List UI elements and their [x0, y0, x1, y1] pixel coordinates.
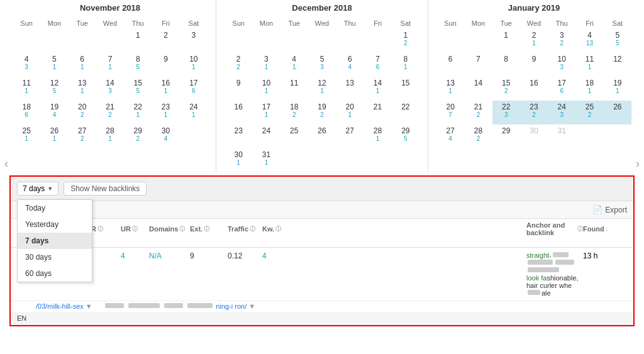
- calendar-day[interactable]: 251: [13, 124, 40, 148]
- ext-info-icon[interactable]: ⓘ: [204, 225, 209, 233]
- calendar-day[interactable]: 192: [308, 101, 336, 124]
- calendar-day[interactable]: 3: [180, 29, 208, 53]
- row-url-link[interactable]: /03/milk-hill-sex: [36, 302, 84, 310]
- calendar-day[interactable]: 301: [225, 148, 252, 172]
- anchor-info-icon[interactable]: ⓘ: [577, 225, 583, 233]
- calendar-day[interactable]: 21: [520, 29, 548, 53]
- calendar-day[interactable]: 12: [392, 29, 419, 53]
- calendar-day[interactable]: 61: [69, 53, 96, 77]
- calendar-day[interactable]: 155: [124, 77, 152, 101]
- calendar-day[interactable]: 282: [464, 124, 492, 148]
- calendar-day[interactable]: 182: [280, 101, 308, 124]
- calendar-day[interactable]: 261: [40, 124, 68, 148]
- calendar-day[interactable]: 31: [252, 53, 280, 77]
- calendar-day[interactable]: 76: [364, 53, 391, 77]
- calendar-day[interactable]: 202: [69, 101, 96, 124]
- next-month-button[interactable]: ›: [633, 153, 643, 173]
- calendar-day[interactable]: 281: [96, 124, 124, 148]
- calendar-day[interactable]: 32: [548, 29, 575, 53]
- calendar-day[interactable]: 16: [520, 77, 548, 101]
- calendar-day[interactable]: 292: [124, 124, 152, 148]
- calendar-day[interactable]: 31: [548, 124, 575, 148]
- calendar-day[interactable]: 111: [575, 53, 603, 77]
- calendar-day[interactable]: 191: [604, 77, 631, 101]
- calendar-day[interactable]: 25: [280, 124, 308, 148]
- calendar-day[interactable]: 212: [96, 101, 124, 124]
- calendar-day[interactable]: 186: [13, 101, 40, 124]
- calendar-day[interactable]: 212: [464, 101, 492, 124]
- calendar-day[interactable]: 24: [252, 124, 280, 148]
- found-sort-icon[interactable]: ↓: [606, 226, 609, 232]
- dr-info-icon[interactable]: ⓘ: [97, 225, 103, 233]
- calendar-day[interactable]: 27: [336, 124, 364, 148]
- calendar-day[interactable]: 311: [252, 148, 280, 172]
- calendar-day[interactable]: 8: [492, 53, 520, 77]
- calendar-day[interactable]: 30: [520, 124, 548, 148]
- calendar-day[interactable]: 141: [364, 77, 391, 101]
- calendar-day[interactable]: 1: [124, 29, 152, 53]
- calendar-day[interactable]: 231: [152, 101, 179, 124]
- calendar-day[interactable]: 103: [548, 53, 575, 77]
- calendar-day[interactable]: 13: [336, 77, 364, 101]
- calendar-day[interactable]: 11: [280, 77, 308, 101]
- calendar-day[interactable]: 53: [308, 53, 336, 77]
- calendar-day[interactable]: 1: [492, 29, 520, 53]
- calendar-day[interactable]: 171: [252, 101, 280, 124]
- calendar-day[interactable]: 14: [464, 77, 492, 101]
- calendar-day[interactable]: 26: [308, 124, 336, 148]
- calendar-day[interactable]: 207: [436, 101, 464, 124]
- calendar-day[interactable]: 281: [364, 124, 391, 148]
- dropdown-30days[interactable]: 30 days: [18, 249, 92, 265]
- calendar-day[interactable]: 9: [520, 53, 548, 77]
- calendar-day[interactable]: 201: [336, 101, 364, 124]
- calendar-day[interactable]: 252: [575, 101, 603, 124]
- calendar-day[interactable]: 9: [152, 53, 179, 77]
- calendar-day[interactable]: 243: [548, 101, 575, 124]
- calendar-day[interactable]: 16: [225, 101, 252, 124]
- calendar-day[interactable]: 55: [604, 29, 631, 53]
- calendar-day[interactable]: 221: [124, 101, 152, 124]
- calendar-day[interactable]: 41: [280, 53, 308, 77]
- period-dropdown-button[interactable]: 7 days ▼: [17, 182, 58, 196]
- dropdown-yesterday[interactable]: Yesterday: [18, 216, 92, 233]
- calendar-day[interactable]: 22: [392, 101, 419, 124]
- calendar-day[interactable]: 121: [308, 77, 336, 101]
- calendar-day[interactable]: 194: [40, 101, 68, 124]
- calendar-day[interactable]: 26: [604, 101, 631, 124]
- calendar-day[interactable]: 101: [252, 77, 280, 101]
- calendar-day[interactable]: 274: [436, 124, 464, 148]
- calendar-day[interactable]: 81: [392, 53, 419, 77]
- kw-info-icon[interactable]: ⓘ: [275, 225, 281, 233]
- dropdown-today[interactable]: Today: [18, 200, 92, 216]
- calendar-day[interactable]: 15: [392, 77, 419, 101]
- calendar-day[interactable]: 176: [180, 77, 208, 101]
- calendar-day[interactable]: 223: [492, 101, 520, 124]
- calendar-day[interactable]: 176: [548, 77, 575, 101]
- calendar-day[interactable]: 232: [520, 101, 548, 124]
- calendar-day[interactable]: 125: [40, 77, 68, 101]
- calendar-day[interactable]: 143: [96, 77, 124, 101]
- calendar-day[interactable]: 21: [364, 101, 391, 124]
- calendar-day[interactable]: 161: [152, 77, 179, 101]
- calendar-day[interactable]: 111: [13, 77, 40, 101]
- calendar-day[interactable]: 22: [225, 53, 252, 77]
- show-new-backlinks-button[interactable]: Show New backlinks: [64, 182, 147, 196]
- dropdown-7days[interactable]: 7 days: [18, 233, 92, 249]
- export-button[interactable]: 📄 Export: [592, 205, 627, 214]
- prev-month-button[interactable]: ‹: [1, 153, 11, 173]
- calendar-day[interactable]: 6: [436, 53, 464, 77]
- dropdown-60days[interactable]: 60 days: [18, 265, 92, 282]
- ur-info-icon[interactable]: ⓘ: [132, 225, 138, 233]
- calendar-day[interactable]: 51: [40, 53, 68, 77]
- calendar-day[interactable]: 295: [392, 124, 419, 148]
- calendar-day[interactable]: 64: [336, 53, 364, 77]
- calendar-day[interactable]: 272: [69, 124, 96, 148]
- calendar-day[interactable]: 152: [492, 77, 520, 101]
- calendar-day[interactable]: 29: [492, 124, 520, 148]
- anchor-url-ron[interactable]: ning-i ron/: [216, 302, 247, 310]
- calendar-day[interactable]: 413: [575, 29, 603, 53]
- calendar-day[interactable]: 101: [180, 53, 208, 77]
- calendar-day[interactable]: 23: [225, 124, 252, 148]
- calendar-day[interactable]: 131: [69, 77, 96, 101]
- calendar-day[interactable]: 304: [152, 124, 179, 148]
